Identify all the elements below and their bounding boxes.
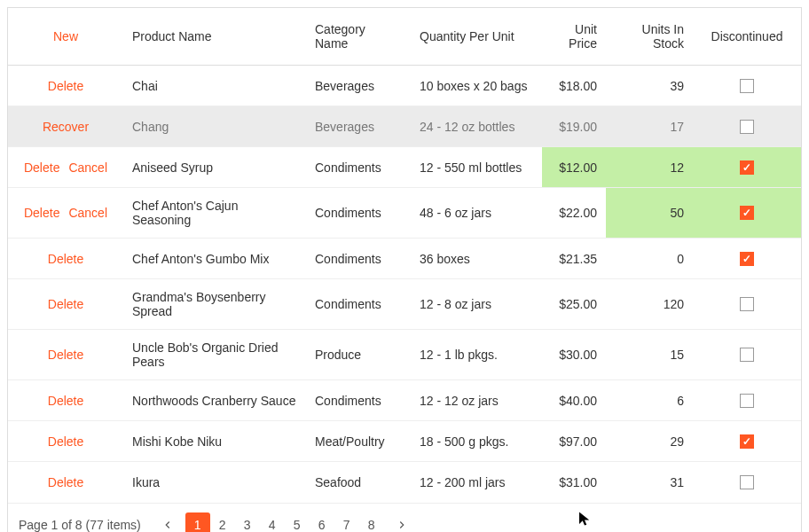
cell-units-in-stock[interactable]: 0	[606, 239, 693, 278]
table-row[interactable]: DeleteChef Anton's Gumbo MixCondiments36…	[8, 239, 801, 279]
checkbox[interactable]	[740, 79, 754, 93]
cell-product-name[interactable]: Grandma's Boysenberry Spread	[123, 279, 306, 329]
col-header-product-name[interactable]: Product Name	[123, 8, 306, 65]
checkbox[interactable]	[740, 252, 754, 266]
delete-button[interactable]: Delete	[48, 297, 83, 311]
col-header-unit-price[interactable]: Unit Price	[542, 8, 606, 65]
table-row[interactable]: DeleteNorthwoods Cranberry SauceCondimen…	[8, 380, 801, 421]
cell-category[interactable]: Beverages	[306, 106, 411, 146]
cell-units-in-stock[interactable]: 120	[606, 279, 693, 329]
cell-unit-price[interactable]: $21.35	[542, 239, 606, 278]
cell-units-in-stock[interactable]: 6	[606, 380, 693, 420]
cell-category[interactable]: Meat/Poultry	[306, 421, 411, 461]
delete-button[interactable]: Delete	[48, 79, 83, 93]
cell-units-in-stock[interactable]: 39	[606, 66, 693, 106]
cell-category[interactable]: Beverages	[306, 66, 411, 106]
recover-button[interactable]: Recover	[43, 120, 89, 134]
col-header-units-in-stock[interactable]: Units In Stock	[606, 8, 693, 65]
cell-category[interactable]: Condiments	[306, 380, 411, 420]
cell-unit-price[interactable]: $22.00	[542, 188, 606, 238]
cell-discontinued[interactable]	[693, 66, 801, 106]
col-header-category-name[interactable]: Category Name	[306, 8, 411, 65]
cell-unit-price[interactable]: $19.00	[542, 106, 606, 146]
pager-page-button[interactable]: 5	[285, 512, 310, 532]
pager-page-button[interactable]: 8	[359, 512, 384, 532]
checkbox[interactable]	[740, 348, 754, 362]
table-row[interactable]: DeleteGrandma's Boysenberry SpreadCondim…	[8, 279, 801, 330]
table-row[interactable]: DeleteCancelChef Anton's Cajun Seasoning…	[8, 188, 801, 239]
table-row[interactable]: DeleteIkuraSeafood12 - 200 ml jars$31.00…	[8, 462, 801, 503]
cell-units-in-stock[interactable]: 50	[606, 188, 693, 238]
pager-next-button[interactable]	[389, 512, 414, 532]
cell-product-name[interactable]: Chang	[123, 106, 306, 146]
cell-qty-per-unit[interactable]: 12 - 1 lb pkgs.	[411, 330, 542, 379]
cell-unit-price[interactable]: $25.00	[542, 279, 606, 329]
pager-prev-button[interactable]	[155, 512, 180, 532]
delete-button[interactable]: Delete	[48, 475, 83, 489]
cell-product-name[interactable]: Mishi Kobe Niku	[123, 421, 306, 461]
cell-discontinued[interactable]	[693, 380, 801, 420]
cell-unit-price[interactable]: $40.00	[542, 380, 606, 420]
cell-product-name[interactable]: Chef Anton's Cajun Seasoning	[123, 188, 306, 238]
cell-units-in-stock[interactable]: 15	[606, 330, 693, 379]
cancel-button[interactable]: Cancel	[68, 160, 107, 175]
cell-discontinued[interactable]	[693, 106, 801, 146]
checkbox[interactable]	[740, 434, 754, 449]
cell-qty-per-unit[interactable]: 12 - 12 oz jars	[411, 380, 542, 420]
cell-unit-price[interactable]: $18.00	[542, 66, 606, 106]
cell-units-in-stock[interactable]: 31	[606, 462, 693, 503]
pager-page-button[interactable]: 3	[235, 512, 260, 532]
cell-product-name[interactable]: Uncle Bob's Organic Dried Pears	[123, 330, 306, 379]
cell-unit-price[interactable]: $12.00	[542, 147, 606, 187]
checkbox[interactable]	[740, 297, 754, 311]
checkbox[interactable]	[740, 206, 754, 220]
delete-button[interactable]: Delete	[48, 434, 83, 449]
checkbox[interactable]	[740, 394, 754, 408]
pager-page-button[interactable]: 7	[334, 512, 359, 532]
cell-qty-per-unit[interactable]: 24 - 12 oz bottles	[411, 106, 542, 146]
cell-unit-price[interactable]: $31.00	[542, 462, 606, 503]
cell-category[interactable]: Produce	[306, 330, 411, 379]
col-header-discontinued[interactable]: Discontinued	[693, 8, 801, 65]
cell-qty-per-unit[interactable]: 48 - 6 oz jars	[411, 188, 542, 238]
checkbox[interactable]	[740, 475, 754, 489]
cell-unit-price[interactable]: $30.00	[542, 330, 606, 379]
cell-discontinued[interactable]	[693, 188, 801, 238]
table-row[interactable]: DeleteChaiBeverages10 boxes x 20 bags$18…	[8, 66, 801, 106]
cell-qty-per-unit[interactable]: 36 boxes	[411, 239, 542, 278]
cell-category[interactable]: Condiments	[306, 147, 411, 187]
cell-qty-per-unit[interactable]: 18 - 500 g pkgs.	[411, 421, 542, 461]
pager-page-button[interactable]: 2	[210, 512, 235, 532]
cell-discontinued[interactable]	[693, 462, 801, 503]
cell-discontinued[interactable]	[693, 279, 801, 329]
cell-unit-price[interactable]: $97.00	[542, 421, 606, 461]
cancel-button[interactable]: Cancel	[68, 206, 107, 220]
delete-button[interactable]: Delete	[48, 394, 83, 408]
delete-button[interactable]: Delete	[24, 160, 59, 175]
cell-product-name[interactable]: Aniseed Syrup	[123, 147, 306, 187]
cell-qty-per-unit[interactable]: 12 - 550 ml bottles	[411, 147, 542, 187]
checkbox[interactable]	[740, 160, 754, 175]
cell-units-in-stock[interactable]: 29	[606, 421, 693, 461]
table-row[interactable]: DeleteMishi Kobe NikuMeat/Poultry18 - 50…	[8, 421, 801, 462]
cell-qty-per-unit[interactable]: 12 - 8 oz jars	[411, 279, 542, 329]
pager-page-button[interactable]: 6	[310, 512, 334, 532]
cell-qty-per-unit[interactable]: 10 boxes x 20 bags	[411, 66, 542, 106]
cell-discontinued[interactable]	[693, 147, 801, 187]
cell-category[interactable]: Condiments	[306, 188, 411, 238]
checkbox[interactable]	[740, 120, 754, 134]
cell-product-name[interactable]: Chai	[123, 66, 306, 106]
delete-button[interactable]: Delete	[24, 206, 59, 220]
cell-category[interactable]: Condiments	[306, 239, 411, 278]
delete-button[interactable]: Delete	[48, 252, 83, 266]
cell-category[interactable]: Seafood	[306, 462, 411, 503]
delete-button[interactable]: Delete	[48, 348, 83, 362]
cell-discontinued[interactable]	[693, 421, 801, 461]
cell-discontinued[interactable]	[693, 330, 801, 379]
cell-qty-per-unit[interactable]: 12 - 200 ml jars	[411, 462, 542, 503]
pager-page-button[interactable]: 1	[185, 512, 210, 532]
col-header-qty-per-unit[interactable]: Quantity Per Unit	[411, 8, 542, 65]
table-row[interactable]: RecoverChangBeverages24 - 12 oz bottles$…	[8, 106, 801, 147]
table-row[interactable]: DeleteUncle Bob's Organic Dried PearsPro…	[8, 330, 801, 380]
cell-product-name[interactable]: Northwoods Cranberry Sauce	[123, 380, 306, 420]
